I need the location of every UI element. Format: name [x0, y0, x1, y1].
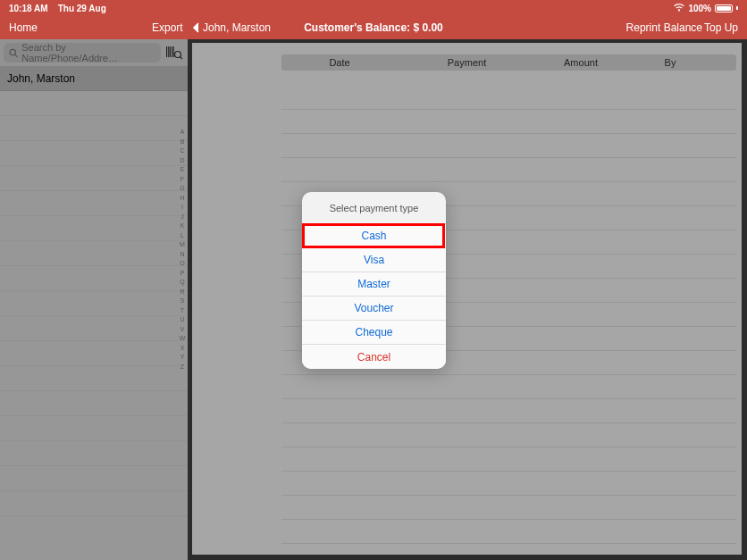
payment-type-sheet: Select payment type Cash Visa Master Vou… [302, 192, 446, 369]
back-customer-name: John, Marston [203, 21, 271, 34]
nav-bar: Home Export John, Marston Customer's Bal… [0, 16, 747, 39]
battery-tip [736, 6, 738, 10]
payment-master-button[interactable]: Master [302, 272, 446, 297]
status-bar: 10:18 AM Thu 29 Aug 100% [0, 0, 747, 16]
payment-visa-button[interactable]: Visa [302, 248, 446, 272]
payment-cheque-button[interactable]: Cheque [302, 321, 446, 345]
status-date: Thu 29 Aug [58, 4, 106, 13]
battery-icon [715, 4, 733, 13]
status-time-date: 10:18 AM Thu 29 Aug [9, 4, 106, 13]
chevron-left-icon [192, 22, 199, 33]
back-button[interactable]: John, Marston [192, 21, 271, 34]
wifi-icon [674, 4, 684, 13]
battery-pct: 100% [688, 4, 711, 13]
sheet-title: Select payment type [302, 192, 446, 224]
export-button[interactable]: Export [152, 21, 183, 34]
top-up-button[interactable]: Top Up [704, 21, 738, 34]
status-time: 10:18 AM [9, 4, 48, 13]
home-button[interactable]: Home [9, 21, 38, 34]
payment-cancel-button[interactable]: Cancel [302, 345, 446, 369]
annotation-highlight-box [302, 223, 445, 248]
reprint-balance-button[interactable]: Reprint Balance [626, 21, 702, 34]
status-right: 100% [674, 4, 738, 13]
payment-voucher-button[interactable]: Voucher [302, 297, 446, 321]
